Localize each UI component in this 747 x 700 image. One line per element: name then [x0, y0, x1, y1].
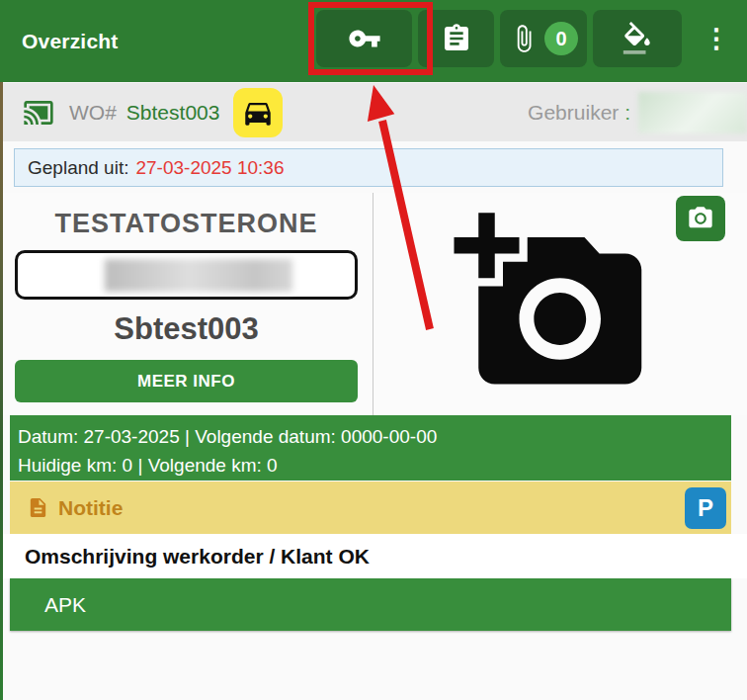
description-title: Omschrijving werkorder / Klant OK — [25, 545, 370, 569]
license-plate-redacted — [105, 259, 292, 292]
page-title: Overzicht — [22, 30, 119, 53]
paint-button[interactable] — [593, 10, 682, 67]
attachments-button[interactable]: 0 — [500, 10, 587, 67]
cast-icon — [20, 97, 57, 129]
maintenance-dates-line: Datum: 27-03-2025 | Volgende datum: 0000… — [18, 422, 731, 451]
more-info-button[interactable]: MEER INFO — [15, 360, 358, 402]
vehicle-section: TESTATOSTERONE Sbtest003 MEER INFO — [0, 193, 747, 415]
user-label: Gebruiker : — [528, 101, 630, 125]
note-document-icon — [27, 496, 49, 519]
parts-button[interactable]: P — [685, 487, 726, 529]
app-header: Overzicht 0 ⋮ — [0, 0, 747, 82]
screen-left-edge — [0, 82, 3, 700]
paperclip-icon — [509, 24, 539, 53]
maintenance-info-bar: Datum: 27-03-2025 | Volgende datum: 0000… — [10, 415, 731, 481]
attachment-count-badge: 0 — [544, 22, 578, 55]
camera-icon — [687, 205, 714, 232]
license-plate-field[interactable] — [15, 250, 358, 300]
wo-number-value: Sbtest003 — [126, 101, 220, 125]
camera-button[interactable] — [676, 196, 725, 241]
note-label: Notitie — [58, 496, 123, 520]
header-toolbar: 0 ⋮ — [316, 10, 733, 67]
clipboard-icon — [441, 23, 472, 54]
workorder-code: Sbtest003 — [114, 311, 258, 347]
vehicle-button[interactable] — [233, 88, 283, 137]
maintenance-km-line: Huidige km: 0 | Volgende km: 0 — [18, 451, 731, 480]
vehicle-name: TESTATOSTERONE — [54, 209, 317, 239]
workorder-bar: WO# Sbtest003 Gebruiker : — [0, 82, 747, 141]
description-row: Omschrijving werkorder / Klant OK — [0, 534, 747, 578]
planned-out-datetime: 27-03-2025 10:36 — [135, 157, 284, 179]
user-name-redacted — [638, 92, 747, 133]
key-button[interactable] — [316, 10, 412, 67]
planned-out-label: Gepland uit: — [28, 157, 128, 179]
paint-fill-icon — [621, 22, 654, 55]
checklist-button[interactable] — [418, 10, 494, 67]
overflow-menu-icon[interactable]: ⋮ — [700, 10, 733, 67]
note-bar[interactable]: Notitie P — [10, 481, 731, 534]
photo-column — [374, 193, 747, 415]
add-photo-icon[interactable] — [451, 205, 653, 403]
vehicle-info-column: TESTATOSTERONE Sbtest003 MEER INFO — [0, 193, 374, 415]
planned-out-box: Gepland uit: 27-03-2025 10:36 — [14, 148, 723, 187]
task-label: APK — [44, 593, 86, 617]
car-icon — [241, 96, 275, 130]
task-row-apk[interactable]: APK — [10, 578, 731, 631]
key-icon — [348, 22, 381, 55]
wo-number-label: WO# — [69, 101, 117, 125]
